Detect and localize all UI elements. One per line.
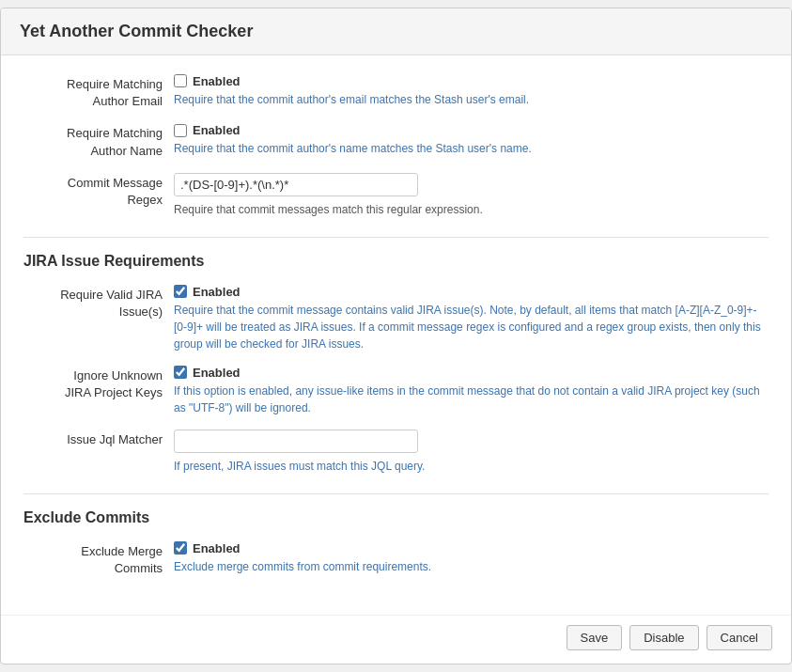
commit-regex-input[interactable] [174,173,418,196]
jira-section: JIRA Issue Requirements Require Valid JI… [23,253,769,475]
jql-matcher-label: Issue Jql Matcher [23,430,174,448]
valid-jira-content: Enabled Require that the commit message … [174,285,769,352]
commit-regex-row: Commit Message Regex Require that commit… [23,173,769,218]
section-divider-1 [23,237,769,238]
author-name-help: Require that the commit author's name ma… [174,140,769,157]
author-email-checkbox-label: Enabled [193,74,241,88]
main-section: Require Matching Author Email Enabled Re… [23,74,769,218]
exclude-merge-label: Exclude Merge Commits [23,541,174,577]
valid-jira-checkbox-label: Enabled [193,285,241,299]
dialog-footer: Save Disable Cancel [1,615,791,664]
valid-jira-row: Require Valid JIRA Issue(s) Enabled Requ… [23,285,769,352]
author-email-help: Require that the commit author's email m… [174,91,769,108]
exclude-section: Exclude Commits Exclude Merge Commits En… [23,509,769,577]
ignore-unknown-content: Enabled If this option is enabled, any i… [174,366,769,416]
author-email-content: Enabled Require that the commit author's… [174,74,769,108]
author-name-row: Require Matching Author Name Enabled Req… [23,123,769,159]
dialog-title: Yet Another Commit Checker [20,22,772,41]
valid-jira-checkbox-row: Enabled [174,285,769,299]
ignore-unknown-help: If this option is enabled, any issue-lik… [174,383,769,416]
ignore-unknown-checkbox-label: Enabled [193,366,241,380]
author-name-label: Require Matching Author Name [23,123,174,159]
exclude-merge-content: Enabled Exclude merge commits from commi… [174,541,769,575]
ignore-unknown-row: Ignore Unknown JIRA Project Keys Enabled… [23,366,769,416]
author-name-content: Enabled Require that the commit author's… [174,123,769,157]
exclude-section-title: Exclude Commits [23,509,769,530]
save-button[interactable]: Save [567,625,623,650]
jql-matcher-row: Issue Jql Matcher If present, JIRA issue… [23,430,769,475]
disable-button[interactable]: Disable [629,625,698,650]
commit-regex-label: Commit Message Regex [23,173,174,209]
author-email-checkbox-row: Enabled [174,74,769,88]
exclude-merge-checkbox-label: Enabled [193,541,241,555]
valid-jira-help: Require that the commit message contains… [174,302,769,352]
commit-regex-help: Require that commit messages match this … [174,201,769,218]
dialog-header: Yet Another Commit Checker [1,8,791,55]
jql-matcher-help: If present, JIRA issues must match this … [174,458,769,475]
ignore-unknown-checkbox[interactable] [174,366,187,379]
ignore-unknown-label: Ignore Unknown JIRA Project Keys [23,366,174,401]
exclude-merge-help: Exclude merge commits from commit requir… [174,558,769,575]
author-name-checkbox[interactable] [174,124,187,137]
author-name-checkbox-label: Enabled [193,123,241,137]
author-email-row: Require Matching Author Email Enabled Re… [23,74,769,110]
valid-jira-label: Require Valid JIRA Issue(s) [23,285,174,320]
author-email-checkbox[interactable] [174,74,187,87]
section-divider-2 [23,493,769,494]
dialog-body: Require Matching Author Email Enabled Re… [1,55,791,605]
exclude-merge-checkbox[interactable] [174,541,187,555]
valid-jira-checkbox[interactable] [174,285,187,298]
jira-section-title: JIRA Issue Requirements [23,253,769,273]
jql-matcher-content: If present, JIRA issues must match this … [174,430,769,475]
jql-matcher-input[interactable] [174,430,418,453]
ignore-unknown-checkbox-row: Enabled [174,366,769,380]
author-email-label: Require Matching Author Email [23,74,174,110]
exclude-merge-row: Exclude Merge Commits Enabled Exclude me… [23,541,769,577]
author-name-checkbox-row: Enabled [174,123,769,137]
commit-regex-content: Require that commit messages match this … [174,173,769,218]
dialog-container: Yet Another Commit Checker Require Match… [0,8,792,664]
exclude-merge-checkbox-row: Enabled [174,541,769,555]
cancel-button[interactable]: Cancel [707,625,772,650]
